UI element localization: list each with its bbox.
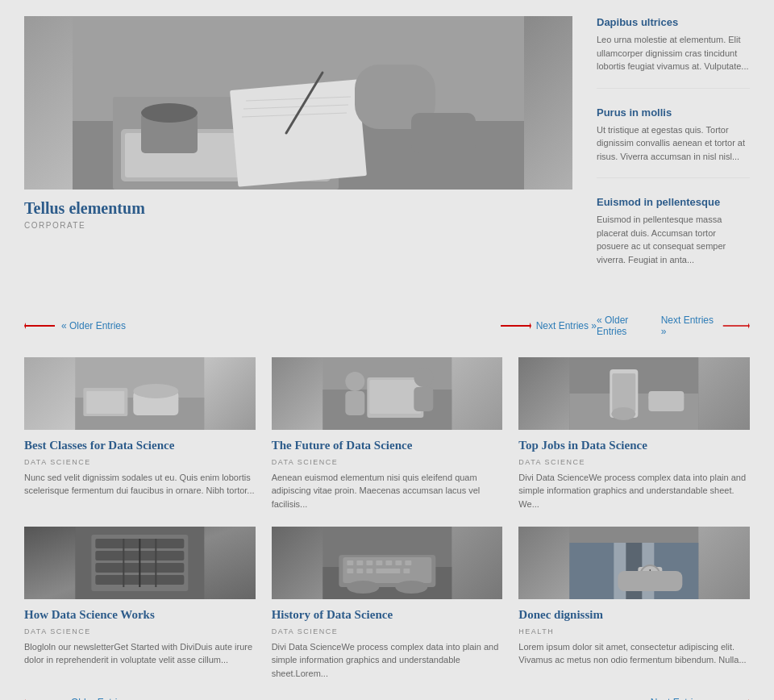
card-image-best-classes: [24, 357, 256, 430]
svg-rect-63: [347, 569, 353, 573]
card-title-history: History of Data Science: [272, 607, 503, 623]
arrow-left-indicator-1: [24, 319, 56, 332]
svg-rect-35: [414, 387, 433, 411]
sidebar-item-3-title: Euismod in pellentesque: [597, 196, 750, 208]
arrow-left-indicator-bottom: [24, 696, 56, 700]
arrow-right-indicator-bottom: [718, 696, 750, 700]
card-category-top-jobs: DATA SCIENCE: [518, 458, 750, 466]
svg-rect-66: [376, 569, 400, 573]
svg-point-32: [345, 372, 364, 391]
svg-rect-41: [649, 391, 685, 411]
svg-point-11: [141, 103, 198, 123]
sidebar-older-link[interactable]: « Older Entries: [597, 315, 653, 337]
card-image-top-jobs: [518, 357, 750, 430]
svg-rect-60: [385, 560, 392, 565]
card-text-history: Divi Data ScienceWe process complex data…: [272, 640, 503, 681]
card-title-how-works: How Data Science Works: [24, 607, 256, 623]
featured-image: [24, 16, 572, 190]
card-text-future: Aenean euismod elementum nisi quis eleif…: [272, 471, 503, 511]
svg-rect-65: [366, 569, 372, 573]
card-donec: Donec dignissim HEALTH Lorem ipsum dolor…: [518, 527, 750, 680]
arrow-right-indicator-1: [499, 319, 531, 332]
card-category-future: DATA SCIENCE: [272, 458, 503, 466]
sidebar-item-1-text: Leo urna molestie at elementum. Elit ull…: [597, 33, 750, 73]
top-pagination-left: « Older Entries Next Entries »: [24, 315, 597, 337]
card-title-best-classes: Best Classes for Data Science: [24, 438, 256, 454]
bottom-pagination-right: Next Entries »: [651, 696, 750, 700]
card-top-jobs: Top Jobs in Data Science DATA SCIENCE Di…: [518, 357, 750, 510]
svg-marker-18: [530, 323, 531, 329]
svg-rect-33: [345, 391, 364, 415]
top-pagination-row: « Older Entries Next Entries » « Older E…: [24, 315, 750, 337]
svg-rect-58: [366, 560, 372, 565]
svg-rect-31: [369, 380, 421, 414]
svg-point-69: [395, 581, 427, 594]
svg-rect-78: [618, 571, 683, 591]
next-entries-link-top[interactable]: Next Entries »: [536, 320, 597, 331]
card-text-how-works: Blogloln our newsletterGet Started with …: [24, 640, 256, 667]
svg-rect-5: [230, 79, 367, 186]
sidebar: Dapibus ultrices Leo urna molestie at el…: [597, 16, 750, 298]
main-content: Tellus elementum CORPORATE: [24, 16, 572, 298]
svg-rect-27: [86, 391, 124, 414]
sidebar-item-3-text: Euismod in pellentesque massa placerat d…: [597, 213, 750, 266]
top-section: Tellus elementum CORPORATE Dapibus ultri…: [24, 16, 750, 298]
card-image-future: [272, 357, 503, 430]
card-how-works: How Data Science Works DATA SCIENCE Blog…: [24, 527, 256, 680]
sidebar-item-2-text: Ut tristique at egestas quis. Tortor dig…: [597, 123, 750, 164]
arrow-right-indicator-sidebar: [722, 319, 750, 332]
svg-rect-39: [613, 373, 636, 412]
card-image-donec: [518, 527, 750, 599]
featured-category: CORPORATE: [24, 221, 572, 230]
card-title-future: The Future of Data Science: [272, 438, 503, 454]
sidebar-item-2-title: Purus in mollis: [597, 106, 750, 119]
svg-point-25: [133, 384, 178, 398]
sidebar-item-1-title: Dapibus ultrices: [597, 16, 750, 28]
card-history: History of Data Science DATA SCIENCE Div…: [272, 527, 503, 680]
svg-marker-20: [748, 323, 750, 329]
card-best-classes: Best Classes for Data Science DATA SCIEN…: [24, 357, 256, 510]
card-text-best-classes: Nunc sed velit dignissim sodales ut eu. …: [24, 471, 256, 498]
bottom-pagination-row: « Older Entries Next Entries »: [24, 696, 750, 700]
svg-rect-56: [347, 560, 353, 565]
card-image-history: [272, 527, 503, 599]
svg-point-68: [347, 581, 379, 594]
sidebar-item-2: Purus in mollis Ut tristique at egestas …: [597, 106, 750, 179]
card-category-history: DATA SCIENCE: [272, 627, 503, 635]
svg-rect-61: [395, 560, 402, 565]
svg-rect-14: [411, 113, 476, 153]
cards-grid-row2: How Data Science Works DATA SCIENCE Blog…: [24, 527, 750, 680]
page-wrapper: Tellus elementum CORPORATE Dapibus ultri…: [0, 0, 774, 700]
top-pagination-right: « Older Entries Next Entries »: [597, 315, 750, 337]
bottom-pagination-left: « Older Entries: [24, 696, 127, 700]
card-category-best-classes: DATA SCIENCE: [24, 458, 256, 466]
sidebar-item-3: Euismod in pellentesque Euismod in pelle…: [597, 196, 750, 281]
card-text-donec: Lorem ipsum dolor sit amet, consectetur …: [518, 640, 750, 667]
svg-rect-57: [356, 560, 363, 565]
svg-rect-59: [376, 560, 382, 565]
card-category-donec: HEALTH: [518, 627, 750, 635]
next-entries-link-bottom[interactable]: Next Entries »: [651, 697, 711, 700]
cards-grid-row1: Best Classes for Data Science DATA SCIEN…: [24, 357, 750, 510]
card-future: The Future of Data Science DATA SCIENCE …: [272, 357, 503, 510]
older-entries-link-top[interactable]: « Older Entries: [61, 320, 126, 331]
svg-rect-64: [356, 569, 363, 573]
card-title-donec: Donec dignissim: [518, 607, 750, 623]
featured-title: Tellus elementum: [24, 199, 572, 218]
card-image-how-works: [24, 527, 256, 599]
svg-rect-67: [403, 569, 410, 573]
svg-point-42: [612, 407, 636, 420]
sidebar-item-1: Dapibus ultrices Leo urna molestie at el…: [597, 16, 750, 89]
card-category-how-works: DATA SCIENCE: [24, 627, 256, 635]
card-title-top-jobs: Top Jobs in Data Science: [518, 438, 750, 454]
card-text-top-jobs: Divi Data ScienceWe process complex data…: [518, 471, 750, 511]
svg-marker-16: [24, 323, 26, 329]
svg-point-34: [414, 368, 433, 387]
sidebar-next-link[interactable]: Next Entries »: [661, 315, 714, 337]
older-entries-link-bottom[interactable]: « Older Entries: [63, 697, 127, 700]
svg-rect-62: [405, 560, 411, 565]
